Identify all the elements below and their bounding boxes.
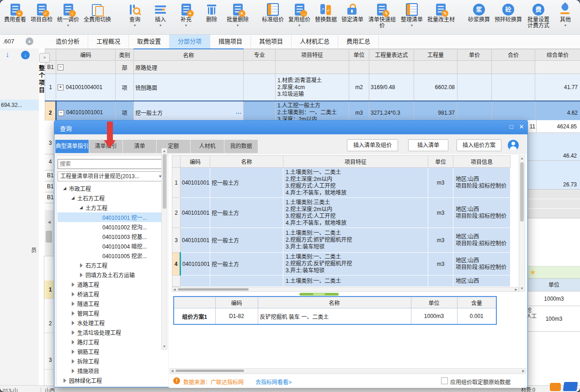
col-qty-expr[interactable]: 工程量表达式 — [369, 49, 414, 61]
search-input[interactable] — [58, 159, 164, 169]
dialog-title-bar[interactable]: 查询 — [54, 121, 527, 134]
tree-closed-icon[interactable] — [79, 262, 85, 268]
col-qty[interactable]: 工程量 — [414, 49, 458, 61]
scheme-row[interactable]: 组价方案1 D1-82 反铲挖掘机 装车 一、二类土 1000m3 0.001 — [174, 308, 496, 325]
toolbar-organize-list[interactable]: 整理清单 — [401, 2, 423, 27]
favorite-star-icon[interactable] — [530, 268, 536, 276]
tab-subitems[interactable]: 分部分项 — [170, 35, 210, 48]
col-specialty[interactable]: 专业 — [244, 49, 276, 61]
tree-closed-icon[interactable] — [70, 301, 76, 307]
tree-closed-icon[interactable] — [70, 329, 76, 335]
tree-closed-icon[interactable] — [70, 368, 76, 374]
toolbar-standard-price[interactable]: 标准组价 — [262, 2, 284, 23]
tree-item[interactable]: 隧道工程 — [58, 299, 162, 308]
toolbar-quick-price[interactable]: ϟ清单快速组价 — [368, 2, 396, 29]
tree-item-municipal[interactable]: 市政工程 — [58, 184, 162, 193]
col-comp-price[interactable]: 综合单价 — [535, 49, 580, 61]
download-circle-icon[interactable]: ↓ — [21, 51, 30, 59]
tree-closed-icon[interactable] — [70, 310, 76, 316]
toolbar-mortar-convert[interactable]: 浆砂浆换算 — [468, 2, 490, 23]
toolbar-batch-delete[interactable]: ×批量删除 — [227, 2, 249, 27]
tree-item[interactable]: 措施项目 — [58, 366, 162, 376]
toolbar-query[interactable]: 查询 — [124, 2, 145, 27]
toolbar-batch-fee-mode[interactable]: 费批量设置计费方式 — [527, 2, 550, 29]
dialog-table-row[interactable]: 1 040101001 挖一般土方 1.土壤类别:一、二类土 2.挖土深度:2m… — [172, 168, 511, 198]
col-total[interactable]: 合价 — [492, 49, 535, 61]
more-button[interactable]: ... — [236, 109, 242, 115]
tree-closed-icon[interactable] — [70, 281, 76, 287]
col-project-info[interactable]: 项目信息 — [453, 156, 511, 168]
user-avatar-icon[interactable] — [508, 140, 519, 151]
collapse-expander[interactable]: − — [58, 110, 64, 116]
toolbar-insert[interactable]: 插入 — [150, 2, 171, 27]
tab-project-overview[interactable]: 工程概况 — [88, 35, 129, 48]
toolbar-edit-material[interactable]: ✎批量改主材 — [427, 2, 455, 23]
tree-item[interactable]: 水处理工程 — [58, 318, 162, 328]
taskbar-app-icon[interactable] — [563, 382, 578, 391]
insert-price-scheme-button[interactable]: 插入组价方案 — [457, 139, 501, 151]
tab-fee-summary[interactable]: 费用汇总 — [338, 35, 379, 48]
toolbar-reuse-price[interactable]: →复用组价 — [288, 2, 310, 27]
tree-item[interactable]: 道路工程 — [58, 280, 162, 289]
tab-other-items[interactable]: 其他项目 — [251, 35, 292, 48]
tree-closed-icon[interactable] — [70, 339, 76, 345]
tree-item-earthwork[interactable]: 土石方工程 — [58, 193, 162, 203]
taskbar-app-icon[interactable] — [550, 383, 561, 391]
expand-panel-button[interactable]: » — [39, 53, 50, 63]
close-button[interactable] — [517, 123, 526, 130]
tree-item[interactable]: 拆除工程 — [58, 356, 162, 366]
down-arrow-icon[interactable]: ↓ — [5, 50, 10, 59]
tree-open-icon[interactable] — [70, 195, 76, 201]
dialog-selected-row[interactable]: 4 040101001 挖一般土方 1.土壤类别:一、二类土 2.挖掘方式:反铲… — [172, 253, 511, 275]
toolbar-replace-data[interactable]: ↗↙替换数据 — [315, 2, 337, 23]
tree-closed-icon[interactable] — [70, 349, 76, 355]
tree-closed-icon[interactable] — [70, 320, 76, 326]
tree-item[interactable]: 园林绿化工程 — [58, 376, 162, 385]
tree-leaf[interactable]: 040101003 挖基... — [58, 232, 162, 241]
insert-list-and-price-button[interactable]: 插入清单及组价 — [347, 139, 398, 151]
col-code[interactable]: 编码 — [181, 156, 210, 168]
toolbar-concrete-convert[interactable]: 砼预拌砼换算 — [495, 2, 522, 23]
items-table-hscrollbar[interactable]: ◀▶ — [172, 287, 519, 292]
tree-item[interactable]: 回填方及土石方运输 — [58, 270, 162, 280]
col-unit[interactable]: 单位 — [428, 156, 453, 168]
tab-list[interactable]: 清单 — [123, 140, 156, 153]
collapse-expander[interactable]: − — [58, 64, 64, 70]
tab-fee-settings[interactable]: 取费设置 — [129, 35, 170, 48]
tab-labor-machine[interactable]: 人材机 — [191, 140, 224, 153]
tree-leaf-selected[interactable]: 040101001 挖一... — [58, 212, 162, 222]
tab-my-data[interactable]: 我的数据 — [224, 140, 258, 153]
dialog-table-row[interactable]: 2 040101001 挖一般土方 1.土壤类别:三类土 2.挖土深度:2m以内… — [172, 198, 511, 228]
tree-item[interactable]: 路灯工程 — [58, 337, 162, 347]
expand-expander[interactable]: + — [58, 85, 64, 90]
tree-leaf[interactable]: 040101004 暗挖... — [58, 241, 162, 251]
dialog-bottom-hscrollbar[interactable]: ◀▶ — [170, 368, 526, 373]
toolbar-delete[interactable]: 删除 — [201, 2, 222, 23]
tree-open-icon[interactable] — [62, 185, 68, 191]
collapse-icon[interactable]: ▲ — [26, 37, 33, 45]
toolbar-fee-switch[interactable]: 全费用切换 — [84, 2, 111, 23]
table-row[interactable]: 1 +041001004001 项 铣刨路面 1.材质:沥青混凝土 2.厚度:4… — [45, 74, 580, 101]
col-name[interactable]: 名称 — [134, 49, 244, 61]
tree-leaf[interactable]: 040101005 挖淤... — [58, 251, 162, 260]
tree-scrollbar[interactable]: ▲▼ — [161, 148, 167, 350]
tree-item[interactable]: 桥涵工程 — [58, 289, 162, 299]
spec-select[interactable]: 工程量清单项目计量规范(2013... — [58, 171, 164, 181]
dialog-partial-row[interactable]: 1.土壤类别:一、二类土 地区:山西 — [172, 275, 511, 287]
splitter-handle[interactable] — [299, 293, 339, 296]
col-name[interactable]: 名称 — [210, 156, 283, 168]
col-unit[interactable]: 单位 — [349, 49, 369, 61]
tree-item[interactable]: 石方工程 — [58, 260, 162, 270]
tree-closed-icon[interactable] — [62, 377, 68, 383]
toolbar-other[interactable]: 其他 — [555, 2, 576, 27]
toolbar-fee-view[interactable]: ÷费用查看 — [4, 2, 26, 23]
amount-row[interactable]: 694.32... — [0, 100, 39, 111]
tree-closed-icon[interactable] — [70, 358, 76, 364]
toolbar-unify-price[interactable]: ↕统一调价 — [57, 2, 79, 27]
maximize-button[interactable] — [507, 123, 516, 130]
dialog-table-row[interactable]: 3 040101001 挖一般土方 1.土壤类别:一、二类土 2.挖掘方式:抓铲… — [172, 228, 511, 253]
tab-labor-summary[interactable]: 人材机汇总 — [292, 35, 338, 48]
col-features[interactable]: 项目特征 — [283, 156, 428, 168]
items-table-scrollbar[interactable]: ▲▼ — [519, 155, 525, 291]
toolbar-supplement[interactable]: +补充 — [176, 2, 197, 27]
